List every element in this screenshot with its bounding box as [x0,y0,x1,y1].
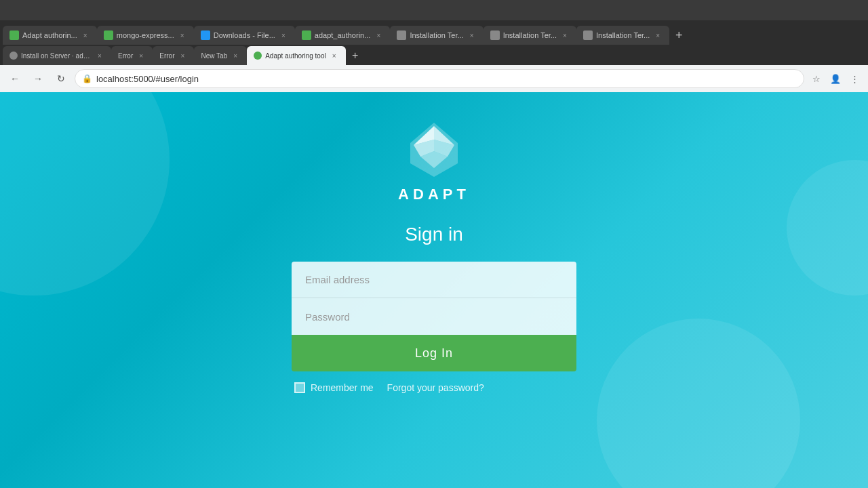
menu-button[interactable]: ⋮ [846,70,863,87]
lock-icon: 🔒 [82,74,92,83]
navigation-bar: ← → ↻ 🔒 localhost:5000/#user/login ☆ 👤 ⋮ [0,65,868,92]
tab-error2[interactable]: Error × [153,46,194,65]
tab-label: Installation Ter... [410,31,463,39]
back-button[interactable]: ← [5,69,24,88]
tab-label: Installation Ter... [503,31,557,39]
remember-me-text: Remember me [311,382,374,393]
tab-label: adapt_authorin... [315,31,371,39]
tab-adapt-authoring-tool[interactable]: Adapt authoring tool × [247,46,346,65]
url-text: localhost:5000/#user/login [96,74,199,84]
login-button[interactable]: Log In [292,335,576,371]
logo-container: ADAPT [398,119,470,203]
tab-close-btn[interactable]: × [374,30,383,40]
nav-right-buttons: ☆ 👤 ⋮ [808,70,863,87]
tab-favicon [9,52,18,60]
tab-close-btn[interactable]: × [178,30,187,40]
tab-installation2[interactable]: Installation Ter... × [484,26,576,45]
logo-text: ADAPT [398,186,470,203]
tab-close-btn[interactable]: × [560,30,570,40]
signin-title: Sign in [405,224,463,245]
tab-bar: Adapt authorin... × mongo-express... × D… [0,20,868,45]
form-footer: Remember me Forgot your password? [292,382,576,393]
tab-close-btn[interactable]: × [231,51,240,60]
tab-close-btn[interactable]: × [467,30,477,40]
reload-button[interactable]: ↻ [52,69,71,88]
tab-favicon [9,30,19,40]
adapt-logo-icon [403,119,465,180]
remember-me-checkbox[interactable] [294,382,305,393]
tab-label: Error [118,52,133,60]
tab-installation1[interactable]: Installation Ter... × [390,26,483,45]
forward-button[interactable]: → [28,69,47,88]
tab-close-btn[interactable]: × [95,51,104,60]
bg-decoration [787,160,868,296]
bg-decoration [0,92,170,296]
tab-downloads[interactable]: Downloads - File... × [194,26,295,45]
tab-label: New Tab [201,52,227,60]
page-content: ADAPT Sign in Log In Remember me Forgot … [0,92,868,488]
new-tab-button-2[interactable]: + [346,46,365,65]
tab-favicon [254,52,262,60]
password-input[interactable] [292,298,576,335]
tab-close-btn[interactable]: × [81,30,90,40]
tab-adapt-authoring[interactable]: Adapt authorin... × [3,26,97,45]
tab-installation3[interactable]: Installation Ter... × [576,26,669,45]
tab-favicon [201,30,210,40]
tab-favicon [583,30,593,40]
tab-favicon [104,30,113,40]
tab-favicon [302,30,311,40]
tab-adapt-authoring2[interactable]: adapt_authorin... × [295,26,391,45]
tab-label: Installation Ter... [596,31,650,39]
system-bar [0,0,868,20]
profile-button[interactable]: 👤 [827,70,844,87]
tab-close-btn[interactable]: × [653,30,663,40]
tab-label: Downloads - File... [214,31,275,39]
tab-label: Adapt authoring tool [265,52,326,60]
tab-label: Error [159,52,174,60]
new-tab-button[interactable]: + [669,26,688,45]
tab-new-tab[interactable]: New Tab × [194,46,247,65]
tab-close-btn[interactable]: × [279,30,288,40]
tab-favicon [397,30,406,40]
tab-label: Install on Server · adaptlear... [21,52,92,60]
tab-favicon [490,30,500,40]
tab-close-btn[interactable]: × [136,51,146,60]
tab-label: mongo-express... [117,31,174,39]
remember-me-label[interactable]: Remember me [294,382,374,393]
bg-decoration [597,319,800,488]
tab-error1[interactable]: Error × [111,46,153,65]
bookmark-button[interactable]: ☆ [808,70,825,87]
second-tab-bar: Install on Server · adaptlear... × Error… [0,45,868,65]
login-form: Log In Remember me Forgot your password? [292,262,576,393]
email-input[interactable] [292,262,576,298]
tab-close-btn[interactable]: × [178,51,187,60]
tab-label: Adapt authorin... [22,31,77,39]
forgot-password-link[interactable]: Forgot your password? [387,382,484,393]
tab-install-server[interactable]: Install on Server · adaptlear... × [3,46,111,65]
tab-close-btn[interactable]: × [330,51,339,60]
tab-mongo[interactable]: mongo-express... × [97,26,194,45]
address-bar[interactable]: 🔒 localhost:5000/#user/login [75,69,804,88]
